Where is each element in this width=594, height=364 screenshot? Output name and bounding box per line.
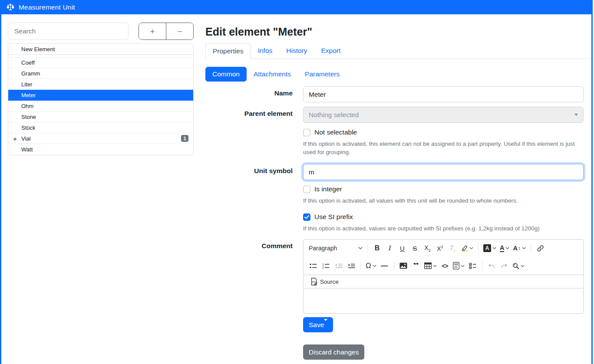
tree-item-gramm[interactable]: Gramm bbox=[8, 68, 193, 79]
font-color-button[interactable]: A bbox=[498, 242, 511, 255]
insert-table-button[interactable] bbox=[422, 259, 439, 272]
app-header: Measurement Unit bbox=[0, 0, 593, 14]
svg-text:1: 1 bbox=[322, 263, 324, 266]
tab-export[interactable]: Export bbox=[314, 43, 348, 59]
highlight-button[interactable] bbox=[459, 242, 475, 255]
svg-text:2: 2 bbox=[322, 266, 324, 269]
numbered-list-icon: 1 2 bbox=[322, 263, 330, 269]
not-selectable-checkbox-row[interactable]: Not selectable bbox=[303, 128, 584, 136]
table-icon bbox=[424, 262, 432, 269]
tab-infos[interactable]: Infos bbox=[251, 43, 280, 59]
tree-item-ohm[interactable]: Ohm bbox=[8, 101, 193, 111]
save-dropdown-toggle[interactable] bbox=[324, 319, 327, 328]
chevron-down-icon bbox=[469, 247, 473, 249]
todo-list-icon bbox=[469, 263, 476, 269]
name-label: Name bbox=[205, 86, 293, 102]
block-quote-button[interactable]: “ bbox=[410, 259, 422, 272]
use-si-prefix-checkbox-row[interactable]: Use SI prefix bbox=[303, 213, 584, 221]
chevron-down-icon bbox=[574, 114, 578, 116]
chevron-down-icon bbox=[461, 265, 465, 267]
chevron-down-icon bbox=[521, 265, 525, 267]
bold-button[interactable]: B bbox=[371, 242, 383, 255]
indent-button[interactable] bbox=[345, 259, 357, 272]
image-icon bbox=[399, 262, 407, 269]
tab-properties[interactable]: Properties bbox=[205, 43, 251, 59]
unit-symbol-label: Unit symbol bbox=[205, 164, 293, 180]
code-block-button[interactable]: <> bbox=[439, 259, 451, 272]
tree-item-coeff[interactable]: Coeff bbox=[8, 57, 193, 68]
content-frame: + − New Element Coeff Gramm Liter Meter … bbox=[0, 14, 593, 364]
insert-image-button[interactable] bbox=[397, 259, 410, 272]
is-integer-label: Is integer bbox=[314, 185, 342, 193]
chevron-down-icon bbox=[358, 247, 363, 249]
chevron-down-icon bbox=[373, 265, 376, 267]
parent-select[interactable]: Nothing selected bbox=[303, 107, 584, 123]
comment-editor-content[interactable] bbox=[304, 288, 583, 313]
bulleted-list-button[interactable] bbox=[307, 259, 320, 272]
chevron-down-icon bbox=[522, 247, 526, 249]
find-replace-icon bbox=[512, 262, 519, 269]
todo-list-button[interactable] bbox=[466, 259, 479, 272]
is-integer-help: If this option is activated, all values … bbox=[303, 197, 584, 205]
link-button[interactable] bbox=[534, 242, 547, 255]
name-row: Name bbox=[205, 86, 584, 102]
outdent-button[interactable] bbox=[332, 259, 345, 272]
tree-item-meter[interactable]: Meter bbox=[8, 90, 193, 101]
unit-symbol-input[interactable] bbox=[303, 164, 584, 180]
italic-button[interactable]: I bbox=[383, 242, 396, 255]
svg-text:<>: <> bbox=[454, 266, 458, 269]
tree-item-new-element[interactable]: New Element bbox=[8, 44, 193, 55]
underline-button[interactable]: U bbox=[396, 242, 409, 255]
superscript-button[interactable]: X2 bbox=[434, 242, 446, 255]
chevron-down-icon bbox=[492, 247, 496, 249]
not-selectable-checkbox[interactable] bbox=[303, 129, 310, 136]
chevron-down-icon bbox=[433, 265, 437, 267]
main-tabs: Properties Infos History Export bbox=[205, 43, 591, 59]
remove-element-button[interactable]: − bbox=[166, 23, 193, 39]
outdent-icon bbox=[335, 263, 343, 269]
tab-history[interactable]: History bbox=[279, 43, 314, 59]
tree-item-vial[interactable]: + Vial 1 bbox=[8, 133, 193, 144]
is-integer-checkbox[interactable] bbox=[303, 186, 310, 193]
edit-panel: Edit element "Meter" Properties Infos Hi… bbox=[195, 14, 591, 364]
subtab-parameters[interactable]: Parameters bbox=[298, 67, 346, 82]
horizontal-line-button[interactable]: — bbox=[378, 259, 391, 272]
save-button[interactable]: Save bbox=[303, 317, 333, 332]
source-button[interactable]: <> Source bbox=[308, 277, 341, 286]
paragraph-dropdown[interactable]: Paragraph bbox=[307, 242, 364, 255]
tree-item-liter[interactable]: Liter bbox=[8, 79, 193, 90]
font-size-button[interactable]: A↕ bbox=[511, 242, 527, 255]
find-and-replace-button[interactable] bbox=[511, 259, 526, 272]
numbered-list-button[interactable]: 1 2 bbox=[320, 259, 332, 272]
tree-toolbar: + − bbox=[139, 23, 194, 40]
element-tree: New Element Coeff Gramm Liter Meter Ohm … bbox=[8, 43, 194, 155]
expand-icon[interactable]: + bbox=[13, 135, 17, 142]
subtab-common[interactable]: Common bbox=[205, 67, 247, 82]
discard-changes-button[interactable]: Discard changes bbox=[303, 344, 364, 360]
redo-button[interactable] bbox=[498, 259, 511, 272]
subscript-button[interactable]: X2 bbox=[421, 242, 434, 255]
rich-text-editor: Paragraph B I U S X2 X2 Tx bbox=[303, 239, 584, 314]
undo-button[interactable] bbox=[485, 259, 498, 272]
edit-form: Name Parent element Nothing selected bbox=[205, 86, 584, 360]
font-background-color-button[interactable]: A bbox=[482, 242, 498, 255]
editor-toolbar-row2: 1 2 bbox=[304, 257, 583, 275]
tree-item-stone[interactable]: Stone bbox=[8, 111, 193, 122]
search-input[interactable] bbox=[8, 23, 129, 40]
tree-item-watt[interactable]: Watt bbox=[8, 144, 193, 155]
name-input[interactable] bbox=[303, 86, 584, 102]
use-si-prefix-checkbox[interactable] bbox=[303, 213, 310, 221]
html-embed-button[interactable]: <> bbox=[451, 259, 466, 272]
remove-format-button[interactable]: Tx bbox=[446, 242, 459, 255]
tree-item-stueck[interactable]: Stück bbox=[8, 122, 193, 133]
subtab-attachments[interactable]: Attachments bbox=[247, 67, 298, 82]
special-characters-button[interactable]: Ω bbox=[364, 259, 378, 272]
page-title: Edit element "Meter" bbox=[205, 26, 584, 38]
bulleted-list-icon bbox=[310, 263, 317, 269]
editor-toolbar-row3: <> Source bbox=[304, 275, 583, 288]
redo-icon bbox=[501, 263, 508, 269]
is-integer-checkbox-row[interactable]: Is integer bbox=[303, 185, 584, 193]
add-element-button[interactable]: + bbox=[139, 23, 166, 39]
link-icon bbox=[537, 245, 544, 252]
strikethrough-button[interactable]: S bbox=[409, 242, 421, 255]
